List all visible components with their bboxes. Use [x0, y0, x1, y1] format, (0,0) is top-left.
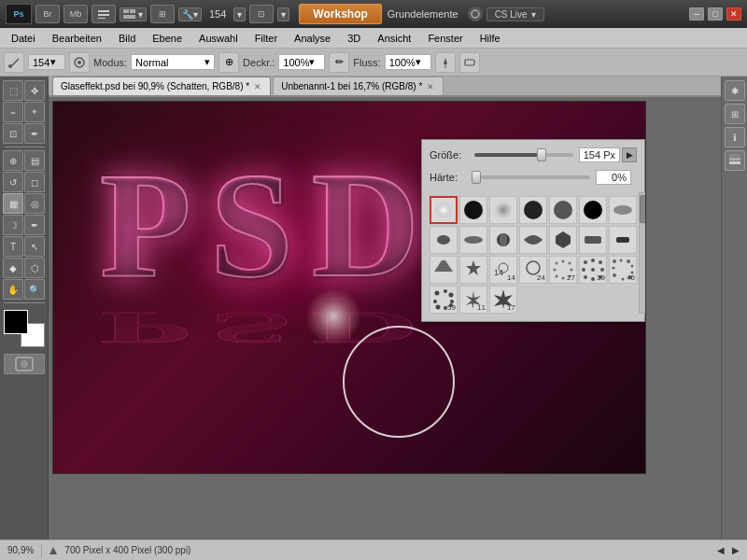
healing-brush-tool[interactable]: ⊕: [3, 150, 23, 171]
tools-icon-btn[interactable]: ⊞: [150, 5, 175, 23]
brush-scroll-thumb[interactable]: [640, 195, 646, 223]
brush-cell-3-3[interactable]: [430, 256, 458, 284]
brush-cell-hard-black[interactable]: [459, 196, 487, 224]
brush-cell-black[interactable]: [579, 196, 607, 224]
brush-cell-3-2[interactable]: [609, 226, 637, 254]
text-tool[interactable]: T: [3, 236, 23, 257]
hardness-slider-handle[interactable]: [472, 171, 481, 184]
cs-live-btn[interactable]: CS Live ▾: [486, 7, 544, 21]
brush-cell-soft-white[interactable]: [430, 196, 458, 224]
menu-analyse[interactable]: Analyse: [287, 32, 338, 45]
mini-bridge-icon-btn[interactable]: Mb: [63, 5, 88, 23]
hardness-value-box[interactable]: 0%: [596, 170, 631, 185]
arrangement-dropdown[interactable]: ▾: [120, 7, 147, 21]
brush-cell-4-4[interactable]: 59: [430, 286, 458, 314]
zoom-tool[interactable]: 🔍: [24, 279, 45, 300]
pen-tool[interactable]: ✒: [24, 215, 45, 235]
brush-cell-4-2[interactable]: 39: [579, 256, 607, 284]
menu-bild[interactable]: Bild: [111, 32, 143, 45]
menu-hilfe[interactable]: Hilfe: [472, 32, 508, 45]
menu-auswahl[interactable]: Auswahl: [191, 32, 246, 45]
blur-tool[interactable]: ◎: [24, 193, 45, 214]
scroll-left-btn[interactable]: ◀: [717, 545, 725, 555]
brush-cell-2-4[interactable]: [489, 226, 517, 254]
zoom-dropdown[interactable]: ▾: [233, 7, 246, 21]
gradient-tool[interactable]: ▦: [3, 193, 23, 214]
scroll-right-btn[interactable]: ▶: [732, 545, 740, 555]
hardness-slider[interactable]: [474, 175, 590, 179]
eraser-tool[interactable]: ◻: [24, 172, 45, 192]
info-btn[interactable]: ℹ: [725, 127, 745, 147]
menu-ebene[interactable]: Ebene: [145, 32, 190, 45]
brush-cell-4-1[interactable]: 27: [549, 256, 577, 284]
hardness-slider-container[interactable]: [474, 175, 590, 179]
quick-mask-btn[interactable]: [4, 354, 45, 374]
psd-canvas[interactable]: PSD PSD Größe:: [52, 101, 646, 474]
tab-glaseffekt-close[interactable]: ✕: [253, 82, 262, 91]
view-dropdown[interactable]: ▾: [277, 7, 289, 21]
brush-scrollbar[interactable]: [639, 192, 646, 314]
brush-toggle-btn[interactable]: [459, 52, 480, 73]
rotate-view-btn[interactable]: ✱: [725, 80, 745, 101]
marquee-tool[interactable]: ⬚: [3, 80, 23, 101]
brush-cell-soft-grey[interactable]: [489, 196, 517, 224]
brush-cell-4-6[interactable]: 17: [489, 286, 517, 314]
menu-datei[interactable]: Datei: [4, 32, 43, 45]
deck-tablet-btn[interactable]: ✏: [329, 52, 349, 73]
brush-cell-2-5[interactable]: [519, 226, 547, 254]
menu-3d[interactable]: 3D: [340, 32, 368, 45]
crop-tool[interactable]: ⊡: [3, 123, 23, 144]
layers-btn[interactable]: [725, 150, 745, 171]
polygon-tool[interactable]: ⬡: [24, 258, 45, 278]
brush-cell-2-3[interactable]: [459, 226, 487, 254]
tab-unbenannt-close[interactable]: ✕: [426, 82, 435, 91]
lasso-tool[interactable]: ⌁: [3, 102, 23, 122]
brush-cell-hard-black2[interactable]: [519, 196, 547, 224]
mode-select[interactable]: Normal ▾: [131, 54, 215, 70]
menu-fenster[interactable]: Fenster: [420, 32, 470, 45]
brush-cell-3-4[interactable]: [459, 256, 487, 284]
menu-bearbeiten[interactable]: Bearbeiten: [45, 32, 109, 45]
fg-color-swatch[interactable]: [4, 310, 28, 334]
tab-glaseffekt[interactable]: Glaseffekt.psd bei 90,9% (Schatten, RGB/…: [52, 77, 271, 95]
fluss-value[interactable]: 100% ▾: [385, 54, 431, 70]
move-tool[interactable]: ✥: [24, 80, 45, 101]
brush-cell-3-5[interactable]: 14 14: [489, 256, 517, 284]
history-brush-tool[interactable]: ↺: [3, 172, 23, 192]
dodge-tool[interactable]: ☽: [3, 215, 23, 235]
mode-option-btn[interactable]: ⊕: [218, 52, 239, 73]
airbrush-btn[interactable]: [435, 52, 456, 73]
brush-cell-2-2[interactable]: [430, 226, 458, 254]
tab-unbenannt[interactable]: Unbenannt-1 bei 16,7% (RGB/8) * ✕: [273, 77, 444, 95]
menu-ansicht[interactable]: Ansicht: [370, 32, 418, 45]
deck-value[interactable]: 100% ▾: [278, 54, 325, 70]
workspace-icon-btn[interactable]: [92, 5, 116, 23]
brush-cell-mid-grey[interactable]: [549, 196, 577, 224]
fg-bg-colors[interactable]: [4, 310, 45, 347]
stamp-tool[interactable]: ▤: [24, 150, 45, 171]
size-arrow-btn[interactable]: ▶: [622, 147, 637, 162]
quick-select-tool[interactable]: ⌖: [24, 102, 45, 122]
restore-btn[interactable]: □: [708, 7, 723, 21]
bridge-icon-btn[interactable]: Br: [35, 5, 60, 23]
minimize-btn[interactable]: ─: [689, 7, 704, 21]
brush-cell-2-1[interactable]: [609, 196, 637, 224]
menu-filter[interactable]: Filter: [247, 32, 285, 45]
size-slider[interactable]: [474, 153, 573, 157]
view-mode-btn[interactable]: ⊡: [249, 5, 274, 23]
brush-cell-3-6[interactable]: 24: [519, 256, 547, 284]
hand-tool[interactable]: ✋: [3, 279, 23, 300]
workshop-button[interactable]: Workshop: [299, 4, 381, 24]
canvas-container[interactable]: PSD PSD Größe:: [49, 97, 721, 539]
brush-cell-4-3[interactable]: 46: [609, 256, 637, 284]
brush-cell-3-1[interactable]: [579, 226, 607, 254]
brush-cell-4-5[interactable]: 11: [459, 286, 487, 314]
brush-size-dropdown[interactable]: 154 ▾: [28, 54, 65, 70]
shape-tool[interactable]: ◆: [3, 258, 23, 278]
size-slider-container[interactable]: [474, 153, 573, 157]
brush-picker-icon[interactable]: [69, 52, 90, 73]
tools-dropdown[interactable]: 🔧▾: [178, 7, 202, 21]
size-slider-handle[interactable]: [537, 148, 546, 161]
eyedropper-tool[interactable]: ✒: [24, 123, 45, 144]
zoom-fit-btn[interactable]: ⊞: [725, 104, 745, 124]
